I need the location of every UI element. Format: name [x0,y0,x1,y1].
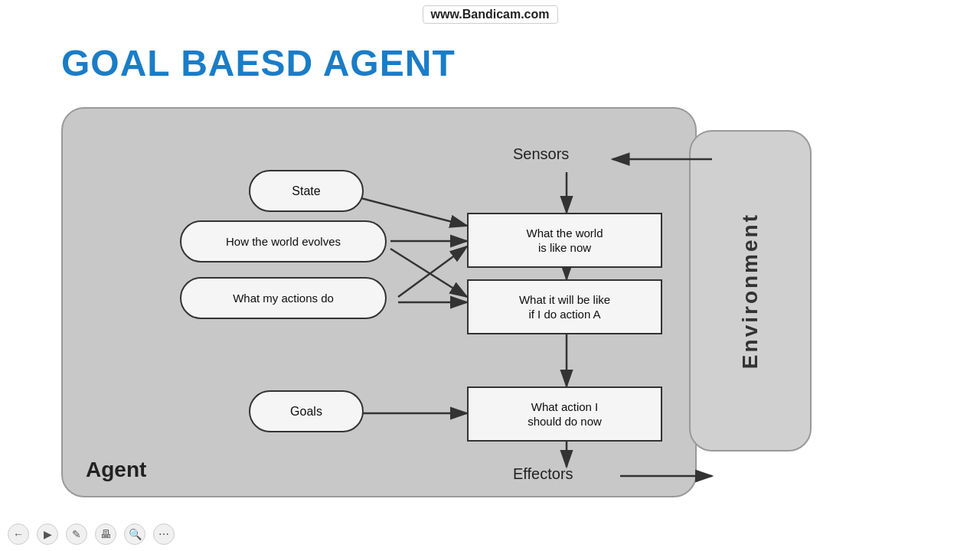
what-action-should-node: What action I should do now [467,386,662,442]
back-button[interactable]: ← [8,523,29,545]
more-button[interactable]: ⋯ [153,523,175,545]
what-it-will-be-node: What it will be like if I do action A [467,279,662,334]
sensors-label: Sensors [513,145,569,163]
environment-label: Environment [738,213,763,369]
state-node: State [249,170,364,212]
what-world-now-node: What the world is like now [467,213,662,268]
page-title: GOAL BAESD AGENT [61,42,456,84]
forward-button[interactable]: ▶ [37,523,58,545]
agent-label: Agent [86,458,146,482]
environment-box: Environment [689,130,812,452]
edit-button[interactable]: ✎ [66,523,87,545]
effectors-label: Effectors [513,465,573,483]
print-button[interactable]: 🖶 [95,523,116,545]
top-bar: www.Bandicam.com [0,0,980,29]
goals-node: Goals [249,390,364,432]
how-world-evolves-node: How the world evolves [180,220,387,262]
what-actions-do-node: What my actions do [180,277,387,319]
zoom-button[interactable]: 🔍 [124,523,145,545]
bottom-toolbar: ← ▶ ✎ 🖶 🔍 ⋯ [8,523,175,545]
bandicam-logo: www.Bandicam.com [423,5,558,24]
diagram-container: Agent Environment [61,107,812,513]
